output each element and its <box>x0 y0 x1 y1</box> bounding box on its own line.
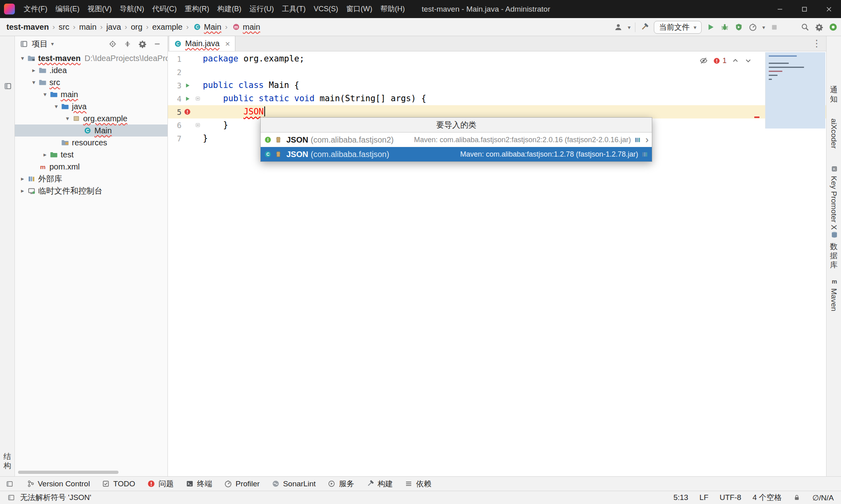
tree-chevron-icon[interactable]: ▸ <box>18 187 27 194</box>
chevron-down-icon[interactable]: ▾ <box>628 24 631 31</box>
menu-item[interactable]: VCS(S) <box>310 0 342 18</box>
build-hammer-icon[interactable] <box>640 22 649 32</box>
toolwindow-button[interactable]: Version Control <box>27 480 90 488</box>
project-tool-window-icon[interactable] <box>3 81 12 91</box>
tree-item[interactable]: ▸test <box>15 149 167 161</box>
close-tab-icon[interactable]: × <box>225 39 230 49</box>
lock-icon[interactable] <box>793 494 801 502</box>
error-stripe-mark[interactable] <box>754 116 759 118</box>
popup-item[interactable]: IJSON(com.alibaba.fastjson2)Maven: com.a… <box>261 133 652 147</box>
code-editor[interactable]: 1package org.example;23public class Main… <box>168 51 826 476</box>
toolwindow-button[interactable]: 依赖 <box>405 479 431 489</box>
fold-slot[interactable] <box>193 95 202 102</box>
caret-position[interactable]: 5:13 <box>674 493 688 502</box>
tree-item[interactable]: ▸临时文件和控制台 <box>15 185 167 197</box>
breadcrumb-item[interactable]: org <box>131 22 143 32</box>
code-line[interactable]: 2 <box>168 65 826 79</box>
stripe-item-2[interactable]: aiXcoder <box>829 118 838 149</box>
hide-panel-icon[interactable] <box>152 39 162 49</box>
breadcrumb-item[interactable]: java <box>106 22 121 32</box>
run-configuration-select[interactable]: 当前文件 ▾ <box>654 21 702 34</box>
collapse-all-icon[interactable] <box>122 39 132 49</box>
tool-window-quick-access-icon[interactable] <box>5 479 14 489</box>
close-button[interactable] <box>817 0 841 18</box>
stripe-item-3[interactable]: Key Promoter X <box>829 176 838 230</box>
tree-item[interactable]: ▾test-mavenD:\IdeaProjects\IdeaProje <box>15 52 167 64</box>
menu-item[interactable]: 工具(T) <box>278 0 310 18</box>
panel-settings-icon[interactable] <box>137 39 147 49</box>
stripe-item-5[interactable]: Maven <box>829 288 838 311</box>
toolwindow-button[interactable]: Profiler <box>224 480 259 488</box>
indent-style[interactable]: 4 个空格 <box>753 492 782 503</box>
error-counter[interactable]: 1 <box>712 57 727 65</box>
breadcrumb-item[interactable]: mmain <box>231 22 260 32</box>
gutter-icon-slot[interactable] <box>182 82 193 89</box>
minimize-button[interactable] <box>768 0 792 18</box>
horizontal-scrollbar[interactable] <box>18 471 118 474</box>
stripe-item-bottom-1[interactable]: 结构 <box>0 452 14 470</box>
stripe-item-1[interactable]: 通知 <box>827 85 841 104</box>
toolwindow-button[interactable]: TODO <box>102 480 135 488</box>
gutter-icon-slot[interactable] <box>182 95 193 102</box>
tree-chevron-icon[interactable]: ▸ <box>41 151 49 158</box>
highlighting-eye-icon[interactable] <box>700 57 708 65</box>
highlighting-level[interactable]: ∅/N/A <box>812 493 834 502</box>
tree-item[interactable]: ▾java <box>15 100 167 112</box>
status-window-icon[interactable] <box>7 494 15 502</box>
code-line[interactable]: 4 public static void main(String[] args)… <box>168 92 826 105</box>
run-button[interactable] <box>706 22 716 32</box>
stripe-item-4[interactable]: 数据库 <box>827 242 841 269</box>
tree-chevron-icon[interactable]: ▾ <box>18 55 27 62</box>
menu-item[interactable]: 代码(C) <box>148 0 181 18</box>
code-minimap[interactable] <box>765 52 825 129</box>
editor-options-icon[interactable]: ⋮ <box>812 38 821 49</box>
project-panel-title[interactable]: 项目 <box>32 39 48 49</box>
tree-item[interactable]: mpom.xml <box>15 161 167 173</box>
tree-chevron-icon[interactable]: ▸ <box>18 175 27 182</box>
popup-item[interactable]: CJSON(com.alibaba.fastjson)Maven: com.al… <box>261 147 652 161</box>
tree-chevron-icon[interactable]: ▾ <box>41 91 49 98</box>
toolwindow-button[interactable]: 终端 <box>186 479 212 489</box>
menu-item[interactable]: 运行(U) <box>245 0 278 18</box>
toolwindow-button[interactable]: 服务 <box>328 479 354 489</box>
tree-item[interactable]: ▾org.example <box>15 112 167 124</box>
settings-gear-icon[interactable] <box>814 22 824 32</box>
menu-item[interactable]: 视图(V) <box>84 0 116 18</box>
locate-file-icon[interactable] <box>108 39 117 49</box>
submenu-arrow-icon[interactable]: › <box>645 135 649 145</box>
tree-chevron-icon[interactable]: ▸ <box>29 67 38 74</box>
menu-item[interactable]: 导航(N) <box>116 0 148 18</box>
menu-item[interactable]: 构建(B) <box>213 0 245 18</box>
tree-chevron-icon[interactable]: ▾ <box>63 115 72 122</box>
fold-slot[interactable] <box>193 122 202 129</box>
line-separator[interactable]: LF <box>700 493 708 502</box>
file-encoding[interactable]: UTF-8 <box>720 493 741 502</box>
next-error-icon[interactable] <box>744 57 752 65</box>
profiler-icon[interactable] <box>748 22 758 32</box>
plugin-status-icon[interactable] <box>828 22 838 32</box>
menu-item[interactable]: 编辑(E) <box>51 0 84 18</box>
breadcrumb-item[interactable]: main <box>79 22 96 32</box>
maximize-button[interactable] <box>792 0 817 18</box>
toolwindow-button[interactable]: SonarLint <box>272 480 316 488</box>
search-everywhere-icon[interactable] <box>800 22 810 32</box>
tree-item[interactable]: ▸外部库 <box>15 173 167 185</box>
tree-item[interactable]: ▾src <box>15 76 167 88</box>
coverage-button[interactable] <box>734 22 744 32</box>
menu-item[interactable]: 窗口(W) <box>342 0 376 18</box>
tree-item[interactable]: resources <box>15 137 167 149</box>
breadcrumb-item[interactable]: src <box>59 22 69 32</box>
tree-item[interactable]: ▸.idea <box>15 64 167 76</box>
tab-main-java[interactable]: C Main.java × <box>169 36 235 51</box>
menu-item[interactable]: 文件(F) <box>20 0 51 18</box>
chevron-down-icon[interactable]: ▾ <box>51 41 54 47</box>
toolwindow-button[interactable]: 问题 <box>147 479 174 489</box>
debug-button[interactable] <box>720 22 730 32</box>
tree-chevron-icon[interactable]: ▾ <box>29 79 38 86</box>
menu-item[interactable]: 重构(R) <box>181 0 213 18</box>
user-icon[interactable] <box>614 22 623 32</box>
minimap-viewport[interactable] <box>765 52 825 129</box>
code-line[interactable]: 5 JSON <box>168 105 826 118</box>
tree-item[interactable]: CMain <box>15 124 167 137</box>
toolwindow-button[interactable]: 构建 <box>366 479 393 489</box>
